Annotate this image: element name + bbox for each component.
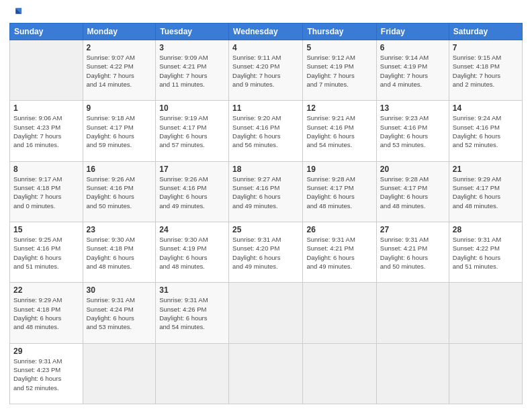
day-info: Sunrise: 9:24 AMSunset: 4:16 PMDaylight:… [453,113,519,149]
day-info: Sunrise: 9:27 AMSunset: 4:16 PMDaylight:… [232,175,299,210]
day-number: 15 [13,225,79,234]
calendar-cell: 13Sunrise: 9:23 AMSunset: 4:16 PMDayligh… [376,101,449,161]
header-sunday: Sunday [10,24,83,40]
day-number: 5 [306,43,372,52]
calendar-cell: 16Sunrise: 9:26 AMSunset: 4:16 PMDayligh… [83,161,156,222]
calendar-cell: 15Sunrise: 9:25 AMSunset: 4:16 PMDayligh… [10,222,83,282]
calendar-week-row: 15Sunrise: 9:25 AMSunset: 4:16 PMDayligh… [10,222,523,282]
calendar-cell: 8Sunrise: 9:17 AMSunset: 4:18 PMDaylight… [10,161,83,222]
calendar-week-row: 2Sunrise: 9:07 AMSunset: 4:22 PMDaylight… [10,40,523,101]
header-thursday: Thursday [303,24,376,40]
day-number: 4 [232,43,299,52]
day-number: 11 [232,103,299,113]
day-info: Sunrise: 9:31 AMSunset: 4:26 PMDaylight:… [159,295,225,331]
day-info: Sunrise: 9:31 AMSunset: 4:21 PMDaylight:… [380,235,445,271]
day-info: Sunrise: 9:31 AMSunset: 4:22 PMDaylight:… [453,235,519,271]
day-info: Sunrise: 9:23 AMSunset: 4:16 PMDaylight:… [380,113,445,149]
day-info: Sunrise: 9:11 AMSunset: 4:20 PMDaylight:… [232,53,299,89]
calendar-cell: 31Sunrise: 9:31 AMSunset: 4:26 PMDayligh… [156,283,229,343]
calendar-cell: 1Sunrise: 9:06 AMSunset: 4:23 PMDaylight… [10,101,83,161]
calendar-cell: 24Sunrise: 9:30 AMSunset: 4:19 PMDayligh… [156,222,229,282]
day-info: Sunrise: 9:17 AMSunset: 4:18 PMDaylight:… [13,175,79,210]
calendar-cell: 9Sunrise: 9:18 AMSunset: 4:17 PMDaylight… [83,101,156,161]
day-number: 25 [232,225,299,234]
calendar-cell: 10Sunrise: 9:19 AMSunset: 4:17 PMDayligh… [156,101,229,161]
day-info: Sunrise: 9:31 AMSunset: 4:21 PMDaylight:… [306,235,372,271]
day-info: Sunrise: 9:18 AMSunset: 4:17 PMDaylight:… [87,113,152,149]
day-info: Sunrise: 9:07 AMSunset: 4:22 PMDaylight:… [87,53,152,89]
day-number: 19 [306,165,372,174]
day-number: 12 [306,103,372,113]
calendar-cell: 3Sunrise: 9:09 AMSunset: 4:21 PMDaylight… [156,40,229,101]
calendar-week-row: 22Sunrise: 9:29 AMSunset: 4:18 PMDayligh… [10,283,523,343]
logo-icon [11,7,23,19]
day-info: Sunrise: 9:30 AMSunset: 4:18 PMDaylight:… [87,235,152,271]
calendar-week-row: 1Sunrise: 9:06 AMSunset: 4:23 PMDaylight… [10,101,523,161]
day-number: 8 [13,165,79,174]
day-number: 6 [380,43,445,52]
day-number: 20 [380,165,445,174]
header-tuesday: Tuesday [156,24,229,40]
day-info: Sunrise: 9:26 AMSunset: 4:16 PMDaylight:… [87,175,152,210]
day-number: 14 [453,103,519,113]
calendar-cell [83,343,156,404]
calendar-cell [449,343,522,404]
logo [9,7,23,19]
day-number: 26 [306,225,372,234]
day-number: 17 [159,165,225,174]
calendar-table: Sunday Monday Tuesday Wednesday Thursday… [9,23,523,404]
calendar-cell: 12Sunrise: 9:21 AMSunset: 4:16 PMDayligh… [303,101,376,161]
day-number: 1 [13,103,79,113]
day-number: 22 [13,285,79,295]
calendar-cell: 14Sunrise: 9:24 AMSunset: 4:16 PMDayligh… [449,101,522,161]
day-info: Sunrise: 9:31 AMSunset: 4:24 PMDaylight:… [87,295,152,331]
day-number: 2 [87,43,152,52]
day-number: 16 [87,165,152,174]
calendar-cell: 21Sunrise: 9:29 AMSunset: 4:17 PMDayligh… [449,161,522,222]
calendar-cell: 19Sunrise: 9:28 AMSunset: 4:17 PMDayligh… [303,161,376,222]
calendar-cell: 11Sunrise: 9:20 AMSunset: 4:16 PMDayligh… [229,101,303,161]
day-number: 30 [87,285,152,295]
page-header [9,7,523,19]
day-number: 21 [453,165,519,174]
calendar-cell: 4Sunrise: 9:11 AMSunset: 4:20 PMDaylight… [229,40,303,101]
day-number: 18 [232,165,299,174]
header-monday: Monday [83,24,156,40]
day-info: Sunrise: 9:09 AMSunset: 4:21 PMDaylight:… [159,53,225,89]
calendar-cell: 23Sunrise: 9:30 AMSunset: 4:18 PMDayligh… [83,222,156,282]
calendar-cell: 22Sunrise: 9:29 AMSunset: 4:18 PMDayligh… [10,283,83,343]
calendar-cell: 17Sunrise: 9:26 AMSunset: 4:16 PMDayligh… [156,161,229,222]
day-info: Sunrise: 9:15 AMSunset: 4:18 PMDaylight:… [453,53,519,89]
calendar-cell: 2Sunrise: 9:07 AMSunset: 4:22 PMDaylight… [83,40,156,101]
day-info: Sunrise: 9:20 AMSunset: 4:16 PMDaylight:… [232,113,299,149]
calendar-cell: 29Sunrise: 9:31 AMSunset: 4:23 PMDayligh… [10,343,83,404]
day-info: Sunrise: 9:21 AMSunset: 4:16 PMDaylight:… [306,113,372,149]
day-info: Sunrise: 9:12 AMSunset: 4:19 PMDaylight:… [306,53,372,89]
calendar-cell: 18Sunrise: 9:27 AMSunset: 4:16 PMDayligh… [229,161,303,222]
header-wednesday: Wednesday [229,24,303,40]
day-number: 23 [87,225,152,234]
day-number: 29 [13,347,79,356]
calendar-cell: 28Sunrise: 9:31 AMSunset: 4:22 PMDayligh… [449,222,522,282]
calendar-cell [229,283,303,343]
day-info: Sunrise: 9:14 AMSunset: 4:19 PMDaylight:… [380,53,445,89]
header-friday: Friday [376,24,449,40]
day-number: 9 [87,103,152,113]
calendar-cell: 25Sunrise: 9:31 AMSunset: 4:20 PMDayligh… [229,222,303,282]
calendar-cell: 26Sunrise: 9:31 AMSunset: 4:21 PMDayligh… [303,222,376,282]
day-number: 13 [380,103,445,113]
calendar-cell [303,343,376,404]
calendar-cell [10,40,83,101]
calendar-week-row: 8Sunrise: 9:17 AMSunset: 4:18 PMDaylight… [10,161,523,222]
calendar-cell: 5Sunrise: 9:12 AMSunset: 4:19 PMDaylight… [303,40,376,101]
calendar-cell [376,343,449,404]
day-info: Sunrise: 9:26 AMSunset: 4:16 PMDaylight:… [159,175,225,210]
day-number: 10 [159,103,225,113]
calendar-cell [449,283,522,343]
day-info: Sunrise: 9:31 AMSunset: 4:20 PMDaylight:… [232,235,299,271]
calendar-cell: 27Sunrise: 9:31 AMSunset: 4:21 PMDayligh… [376,222,449,282]
calendar-cell: 6Sunrise: 9:14 AMSunset: 4:19 PMDaylight… [376,40,449,101]
calendar-cell: 7Sunrise: 9:15 AMSunset: 4:18 PMDaylight… [449,40,522,101]
weekday-header-row: Sunday Monday Tuesday Wednesday Thursday… [10,24,523,40]
calendar-cell [229,343,303,404]
